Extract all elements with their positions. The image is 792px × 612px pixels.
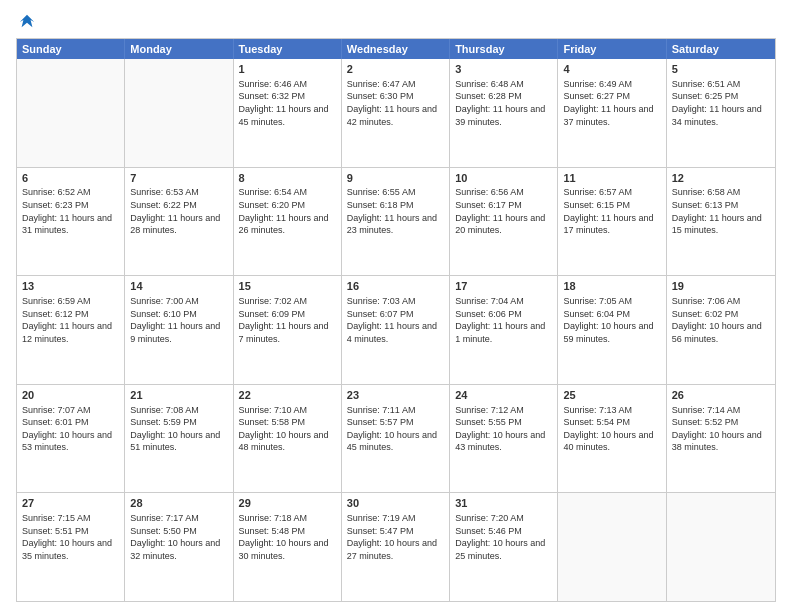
cal-cell: 24Sunrise: 7:12 AM Sunset: 5:55 PM Dayli… <box>450 385 558 493</box>
day-number: 18 <box>563 279 660 294</box>
cal-cell: 5Sunrise: 6:51 AM Sunset: 6:25 PM Daylig… <box>667 59 775 167</box>
cell-info: Sunrise: 6:48 AM Sunset: 6:28 PM Dayligh… <box>455 78 552 128</box>
day-number: 3 <box>455 62 552 77</box>
cell-info: Sunrise: 6:46 AM Sunset: 6:32 PM Dayligh… <box>239 78 336 128</box>
cell-info: Sunrise: 7:10 AM Sunset: 5:58 PM Dayligh… <box>239 404 336 454</box>
cal-cell: 7Sunrise: 6:53 AM Sunset: 6:22 PM Daylig… <box>125 168 233 276</box>
header <box>16 12 776 30</box>
cal-cell <box>558 493 666 601</box>
cal-row-1: 1Sunrise: 6:46 AM Sunset: 6:32 PM Daylig… <box>17 59 775 167</box>
cal-cell: 23Sunrise: 7:11 AM Sunset: 5:57 PM Dayli… <box>342 385 450 493</box>
day-number: 17 <box>455 279 552 294</box>
cal-row-5: 27Sunrise: 7:15 AM Sunset: 5:51 PM Dayli… <box>17 492 775 601</box>
day-number: 14 <box>130 279 227 294</box>
day-number: 10 <box>455 171 552 186</box>
cal-cell: 2Sunrise: 6:47 AM Sunset: 6:30 PM Daylig… <box>342 59 450 167</box>
day-number: 26 <box>672 388 770 403</box>
cell-info: Sunrise: 6:55 AM Sunset: 6:18 PM Dayligh… <box>347 186 444 236</box>
cell-info: Sunrise: 7:19 AM Sunset: 5:47 PM Dayligh… <box>347 512 444 562</box>
cal-cell: 18Sunrise: 7:05 AM Sunset: 6:04 PM Dayli… <box>558 276 666 384</box>
cell-info: Sunrise: 7:07 AM Sunset: 6:01 PM Dayligh… <box>22 404 119 454</box>
cal-cell: 31Sunrise: 7:20 AM Sunset: 5:46 PM Dayli… <box>450 493 558 601</box>
cell-info: Sunrise: 6:57 AM Sunset: 6:15 PM Dayligh… <box>563 186 660 236</box>
day-number: 28 <box>130 496 227 511</box>
svg-marker-0 <box>20 15 34 28</box>
cal-header-thursday: Thursday <box>450 39 558 59</box>
cal-header-friday: Friday <box>558 39 666 59</box>
cal-cell: 10Sunrise: 6:56 AM Sunset: 6:17 PM Dayli… <box>450 168 558 276</box>
day-number: 29 <box>239 496 336 511</box>
cell-info: Sunrise: 7:14 AM Sunset: 5:52 PM Dayligh… <box>672 404 770 454</box>
cal-cell: 29Sunrise: 7:18 AM Sunset: 5:48 PM Dayli… <box>234 493 342 601</box>
cell-info: Sunrise: 7:05 AM Sunset: 6:04 PM Dayligh… <box>563 295 660 345</box>
cal-cell <box>125 59 233 167</box>
cal-cell: 26Sunrise: 7:14 AM Sunset: 5:52 PM Dayli… <box>667 385 775 493</box>
cal-header-wednesday: Wednesday <box>342 39 450 59</box>
cell-info: Sunrise: 7:02 AM Sunset: 6:09 PM Dayligh… <box>239 295 336 345</box>
day-number: 20 <box>22 388 119 403</box>
day-number: 4 <box>563 62 660 77</box>
day-number: 1 <box>239 62 336 77</box>
day-number: 19 <box>672 279 770 294</box>
cell-info: Sunrise: 7:04 AM Sunset: 6:06 PM Dayligh… <box>455 295 552 345</box>
cal-cell: 16Sunrise: 7:03 AM Sunset: 6:07 PM Dayli… <box>342 276 450 384</box>
cal-header-sunday: Sunday <box>17 39 125 59</box>
cal-cell: 27Sunrise: 7:15 AM Sunset: 5:51 PM Dayli… <box>17 493 125 601</box>
cell-info: Sunrise: 6:47 AM Sunset: 6:30 PM Dayligh… <box>347 78 444 128</box>
cell-info: Sunrise: 6:54 AM Sunset: 6:20 PM Dayligh… <box>239 186 336 236</box>
cal-cell: 30Sunrise: 7:19 AM Sunset: 5:47 PM Dayli… <box>342 493 450 601</box>
logo <box>16 12 36 30</box>
cal-cell: 21Sunrise: 7:08 AM Sunset: 5:59 PM Dayli… <box>125 385 233 493</box>
calendar: SundayMondayTuesdayWednesdayThursdayFrid… <box>16 38 776 602</box>
day-number: 9 <box>347 171 444 186</box>
cell-info: Sunrise: 7:13 AM Sunset: 5:54 PM Dayligh… <box>563 404 660 454</box>
day-number: 30 <box>347 496 444 511</box>
cell-info: Sunrise: 6:52 AM Sunset: 6:23 PM Dayligh… <box>22 186 119 236</box>
cell-info: Sunrise: 7:11 AM Sunset: 5:57 PM Dayligh… <box>347 404 444 454</box>
day-number: 25 <box>563 388 660 403</box>
day-number: 24 <box>455 388 552 403</box>
calendar-body: 1Sunrise: 6:46 AM Sunset: 6:32 PM Daylig… <box>17 59 775 601</box>
day-number: 2 <box>347 62 444 77</box>
cal-cell: 22Sunrise: 7:10 AM Sunset: 5:58 PM Dayli… <box>234 385 342 493</box>
cal-cell: 28Sunrise: 7:17 AM Sunset: 5:50 PM Dayli… <box>125 493 233 601</box>
day-number: 7 <box>130 171 227 186</box>
day-number: 11 <box>563 171 660 186</box>
cal-row-2: 6Sunrise: 6:52 AM Sunset: 6:23 PM Daylig… <box>17 167 775 276</box>
day-number: 16 <box>347 279 444 294</box>
day-number: 15 <box>239 279 336 294</box>
day-number: 27 <box>22 496 119 511</box>
cell-info: Sunrise: 7:03 AM Sunset: 6:07 PM Dayligh… <box>347 295 444 345</box>
cal-header-tuesday: Tuesday <box>234 39 342 59</box>
cell-info: Sunrise: 6:51 AM Sunset: 6:25 PM Dayligh… <box>672 78 770 128</box>
cal-cell: 6Sunrise: 6:52 AM Sunset: 6:23 PM Daylig… <box>17 168 125 276</box>
cell-info: Sunrise: 7:00 AM Sunset: 6:10 PM Dayligh… <box>130 295 227 345</box>
logo-bird-icon <box>18 12 36 30</box>
cal-cell: 20Sunrise: 7:07 AM Sunset: 6:01 PM Dayli… <box>17 385 125 493</box>
cal-cell: 19Sunrise: 7:06 AM Sunset: 6:02 PM Dayli… <box>667 276 775 384</box>
cal-cell: 13Sunrise: 6:59 AM Sunset: 6:12 PM Dayli… <box>17 276 125 384</box>
cal-row-3: 13Sunrise: 6:59 AM Sunset: 6:12 PM Dayli… <box>17 275 775 384</box>
cell-info: Sunrise: 6:53 AM Sunset: 6:22 PM Dayligh… <box>130 186 227 236</box>
cell-info: Sunrise: 6:58 AM Sunset: 6:13 PM Dayligh… <box>672 186 770 236</box>
day-number: 13 <box>22 279 119 294</box>
day-number: 8 <box>239 171 336 186</box>
cal-cell: 14Sunrise: 7:00 AM Sunset: 6:10 PM Dayli… <box>125 276 233 384</box>
day-number: 6 <box>22 171 119 186</box>
cell-info: Sunrise: 7:12 AM Sunset: 5:55 PM Dayligh… <box>455 404 552 454</box>
cal-cell: 25Sunrise: 7:13 AM Sunset: 5:54 PM Dayli… <box>558 385 666 493</box>
cal-cell: 17Sunrise: 7:04 AM Sunset: 6:06 PM Dayli… <box>450 276 558 384</box>
cell-info: Sunrise: 7:15 AM Sunset: 5:51 PM Dayligh… <box>22 512 119 562</box>
day-number: 23 <box>347 388 444 403</box>
cal-cell: 11Sunrise: 6:57 AM Sunset: 6:15 PM Dayli… <box>558 168 666 276</box>
cal-header-saturday: Saturday <box>667 39 775 59</box>
cal-cell: 1Sunrise: 6:46 AM Sunset: 6:32 PM Daylig… <box>234 59 342 167</box>
cell-info: Sunrise: 7:20 AM Sunset: 5:46 PM Dayligh… <box>455 512 552 562</box>
cal-cell <box>17 59 125 167</box>
cell-info: Sunrise: 6:49 AM Sunset: 6:27 PM Dayligh… <box>563 78 660 128</box>
cell-info: Sunrise: 7:17 AM Sunset: 5:50 PM Dayligh… <box>130 512 227 562</box>
page: SundayMondayTuesdayWednesdayThursdayFrid… <box>0 0 792 612</box>
cell-info: Sunrise: 7:08 AM Sunset: 5:59 PM Dayligh… <box>130 404 227 454</box>
day-number: 22 <box>239 388 336 403</box>
cal-cell: 3Sunrise: 6:48 AM Sunset: 6:28 PM Daylig… <box>450 59 558 167</box>
